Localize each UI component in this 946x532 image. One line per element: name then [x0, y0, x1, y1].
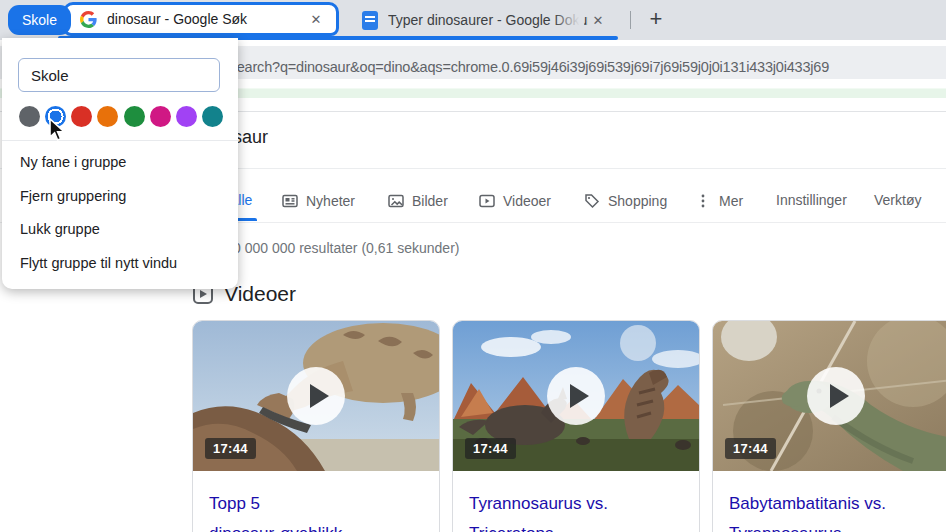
close-icon[interactable]: ✕: [588, 13, 608, 28]
news-icon: [281, 192, 299, 210]
new-tab-button[interactable]: +: [641, 4, 671, 34]
tab-title: Typer dinosaurer - Google Dokum: [388, 12, 588, 28]
tab-strip: Skole dinosaur - Google Søk ✕ Typer dino…: [0, 0, 946, 40]
nav-label: Nyheter: [306, 193, 355, 209]
menu-item-new-tab-in-group[interactable]: Ny fane i gruppe: [2, 146, 238, 180]
color-cyan-swatch[interactable]: [202, 106, 223, 127]
nav-label: Videoer: [503, 193, 551, 209]
tab-dinosaur-search[interactable]: dinosaur - Google Søk ✕: [63, 2, 339, 36]
google-g-icon: [80, 11, 97, 28]
menu-items: Ny fane i gruppe Fjern gruppering Lukk g…: [2, 146, 238, 280]
video-title[interactable]: Babytambatitanis vs. Tyrannosaurus: [713, 471, 946, 532]
video-title-line2: dinosaur-øyeblikk: [209, 519, 423, 532]
menu-item-ungroup[interactable]: Fjern gruppering: [2, 180, 238, 214]
video-title-line1: Topp 5: [209, 489, 423, 519]
link-verktoy[interactable]: Verktøy: [874, 192, 921, 208]
video-card[interactable]: 17:44 Tyrannosaurus vs. Triceratops: [452, 320, 700, 532]
video-title[interactable]: Topp 5 dinosaur-øyeblikk: [193, 471, 439, 532]
color-green-swatch[interactable]: [124, 106, 145, 127]
color-pink-swatch[interactable]: [150, 106, 171, 127]
video-title-line2: Triceratops: [469, 519, 683, 532]
color-grey-swatch[interactable]: [19, 106, 40, 127]
video-title[interactable]: Tyrannosaurus vs. Triceratops: [453, 471, 699, 532]
color-orange-swatch[interactable]: [97, 106, 118, 127]
more-dots-icon: [694, 192, 712, 210]
video-thumbnail[interactable]: 17:44: [713, 321, 946, 471]
video-thumbnail[interactable]: 17:44: [193, 321, 439, 471]
result-stats: 0 000 000 resultater (0,61 sekunder): [233, 240, 459, 256]
video-title-line1: Tyrannosaurus vs.: [469, 489, 683, 519]
play-button-icon[interactable]: [807, 367, 865, 425]
url-text: m/search?q=dinosaur&oq=dino&aqs=chrome.0…: [214, 59, 829, 75]
color-red-swatch[interactable]: [71, 106, 92, 127]
tab-group-menu: Ny fane i gruppe Fjern gruppering Lukk g…: [2, 38, 238, 289]
video-card[interactable]: 17:44 Babytambatitanis vs. Tyrannosaurus: [712, 320, 946, 532]
tab-videoer[interactable]: Videoer: [478, 192, 551, 210]
google-docs-icon: [362, 11, 378, 30]
video-duration: 17:44: [205, 438, 256, 459]
video-duration: 17:44: [725, 438, 776, 459]
menu-item-move-group-to-new-window[interactable]: Flytt gruppe til nytt vindu: [2, 247, 238, 281]
mouse-cursor: [48, 118, 70, 142]
nav-label: Shopping: [608, 193, 667, 209]
video-title-line2: Tyrannosaurus: [729, 519, 943, 532]
tab-separator: [630, 11, 631, 29]
nav-label: Innstillinger: [776, 192, 847, 208]
video-thumbnail[interactable]: 17:44: [453, 321, 699, 471]
menu-item-close-group[interactable]: Lukk gruppe: [2, 213, 238, 247]
nav-label: Mer: [719, 193, 743, 209]
play-button-icon[interactable]: [287, 367, 345, 425]
tag-icon: [583, 192, 601, 210]
tab-typer-dinosaurer[interactable]: Typer dinosaurer - Google Dokum ✕: [346, 0, 618, 40]
tab-nyheter[interactable]: Nyheter: [281, 192, 355, 210]
tab-bilder[interactable]: Bilder: [387, 192, 448, 210]
tab-title: dinosaur - Google Søk: [107, 11, 306, 27]
group-name-input[interactable]: [18, 58, 220, 92]
tab-shopping[interactable]: Shopping: [583, 192, 667, 210]
tab-group-label[interactable]: Skole: [8, 5, 71, 35]
image-icon: [387, 192, 405, 210]
video-icon: [478, 192, 496, 210]
nav-label: Verktøy: [874, 192, 921, 208]
menu-divider: [2, 140, 238, 141]
tab-mer[interactable]: Mer: [694, 192, 743, 210]
close-icon[interactable]: ✕: [306, 12, 326, 27]
color-purple-swatch[interactable]: [176, 106, 197, 127]
link-innstillinger[interactable]: Innstillinger: [776, 192, 847, 208]
video-card[interactable]: 17:44 Topp 5 dinosaur-øyeblikk: [192, 320, 440, 532]
video-duration: 17:44: [465, 438, 516, 459]
play-button-icon[interactable]: [547, 367, 605, 425]
nav-label: Bilder: [412, 193, 448, 209]
video-title-line1: Babytambatitanis vs.: [729, 489, 943, 519]
